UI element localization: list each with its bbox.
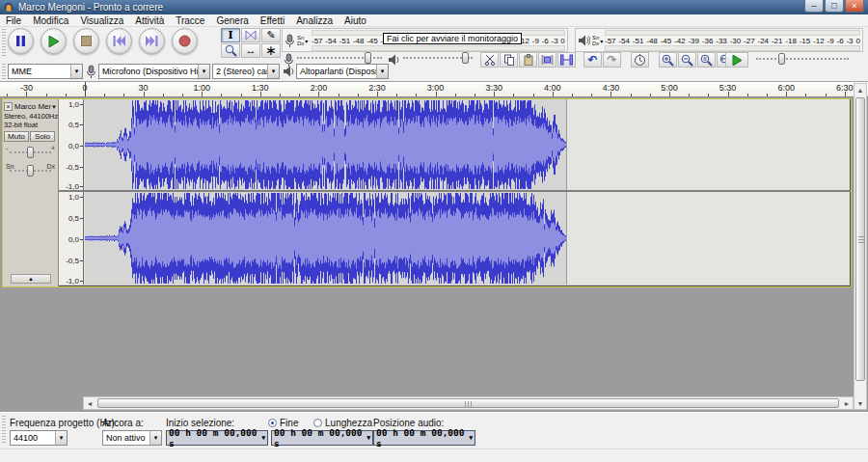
redo-button[interactable]: ↷ [603,52,621,68]
menu-item-tracce[interactable]: Tracce [170,15,210,26]
envelope-tool-button[interactable] [241,28,260,42]
snap-to-select[interactable]: Non attivo ▾ [102,430,162,446]
maximize-button[interactable]: □ [825,0,844,13]
envelope-tool-icon [244,30,258,41]
silence-selection-button[interactable] [557,52,576,68]
zoom-in-button[interactable] [659,52,677,68]
copy-button[interactable] [500,52,518,68]
selection-end-field[interactable]: 00 h 00 m 00,000 s ▾ [271,430,373,446]
audio-host-select[interactable]: MME ▾ [8,64,83,79]
track-close-button[interactable]: × [4,102,13,111]
meter-scale-value: 0 [855,37,859,45]
device-toolbar-grabber[interactable] [2,64,6,80]
amp-scale-tick [80,197,83,198]
input-device-select[interactable]: Microfono (Dispositivo High De ▾ [98,64,210,79]
paste-button[interactable] [519,52,537,68]
transport-toolbar-grabber[interactable] [2,29,6,56]
selection-start-field[interactable]: 00 h 00 m 00,000 s ▾ [166,430,268,446]
menu-item-modifica[interactable]: Modifica [27,15,74,26]
vertical-ruler-right-channel[interactable]: 1,00,50,0-0,5-1,0 [59,192,84,285]
ruler-minor-tick [513,94,514,96]
vertical-scrollbar-thumb[interactable] [855,97,865,381]
waveform-left-channel[interactable] [84,99,850,190]
menu-item-aiuto[interactable]: Aiuto [339,15,372,26]
track-collapse-button[interactable]: ▲ [11,274,51,284]
track-sample-info: 32-bit float [4,121,57,129]
track-menu-icon[interactable]: ▼ [51,104,57,110]
title-bar[interactable]: Marco Mengoni - Pronto a correre – □ × [0,0,868,14]
menu-item-analizza[interactable]: Analizza [290,15,339,26]
mute-button[interactable]: Muto [4,131,29,142]
length-radio[interactable] [313,419,322,427]
project-rate-value: 44100 [11,433,55,443]
ruler-minor-tick [747,94,748,96]
pause-button[interactable] [8,28,34,54]
play-at-speed-button[interactable] [725,52,748,68]
input-volume-slider[interactable] [297,52,382,64]
play-speed-slider[interactable] [756,53,849,65]
multi-tool-button[interactable]: ∗ [261,43,281,58]
play-button[interactable] [41,28,67,54]
selection-start-value: 00 h 00 m 00,000 s [169,427,260,448]
playback-meter[interactable]: Sn Dx ▾ -57-54-51-48-45-42-39-36-33-30-2… [575,28,863,52]
audio-position-field[interactable]: 00 h 00 m 00,000 s ▾ [373,430,475,446]
selection-tool-button[interactable]: I [221,28,240,42]
menu-item-file[interactable]: File [0,15,27,26]
skip-to-start-button[interactable] [106,28,132,54]
menu-item-effetti[interactable]: Effetti [255,15,290,26]
meter-scale-value: -9 [827,37,834,45]
fit-selection-icon [700,54,713,67]
undo-button[interactable]: ↶ [583,52,602,68]
waveform-right-channel[interactable] [84,192,850,285]
output-volume-slider[interactable] [403,52,473,64]
time-shift-tool-button[interactable]: ↔ [241,43,260,58]
end-radio[interactable] [268,419,277,427]
meter-scale-value: -48 [646,37,658,45]
amp-scale-label: 0,0 [68,234,79,243]
menu-item-attività[interactable]: Attività [129,15,170,26]
zoom-tool-button[interactable] [221,43,240,58]
trim-outside-button[interactable] [538,52,556,68]
gain-slider[interactable]: - + [4,145,57,157]
ruler-minor-tick [163,94,164,96]
timeline-ruler[interactable]: -300301:001:302:002:303:003:304:004:305:… [0,82,868,97]
scroll-up-icon[interactable]: ▲ [854,84,866,95]
vertical-scrollbar[interactable]: ▲ ▼ [854,83,867,410]
dropdown-arrow-icon: ▾ [198,65,209,78]
selection-toolbar-grabber[interactable] [2,416,6,445]
ruler-minor-tick [280,94,281,96]
record-button[interactable] [172,28,198,54]
scroll-right-icon[interactable]: ► [841,397,853,409]
output-device-select[interactable]: Altoparlanti (Dispositivo High ▾ [296,64,389,79]
meter-dropdown-icon[interactable]: ▾ [305,38,308,44]
stop-button[interactable] [73,28,99,54]
draw-tool-button[interactable]: ✎ [261,28,281,42]
skip-to-end-button[interactable] [139,28,165,54]
horizontal-scrollbar[interactable]: ◄ ► [83,396,854,410]
menu-item-genera[interactable]: Genera [210,15,254,26]
pan-slider[interactable]: Sn Dx [4,163,57,176]
meter-dropdown-icon[interactable]: ▾ [600,38,603,44]
fit-selection-button[interactable] [697,52,716,68]
ruler-minor-tick [689,94,690,96]
scroll-down-icon[interactable]: ▼ [854,397,866,409]
vertical-ruler-left-channel[interactable]: 1,00,50,0-0,5-1,0 [59,99,84,190]
recording-meter[interactable]: Sn Dx ▾ -57-54-51-48-45-42-39-36-33-30-2… [282,28,568,52]
horizontal-scrollbar-thumb[interactable] [97,398,839,408]
close-button[interactable]: × [845,0,864,13]
project-rate-select[interactable]: 44100 ▾ [10,430,68,446]
meter-scale-value: -12 [813,37,825,45]
magnifier-icon [225,44,237,57]
menu-item-visualizza[interactable]: Visualizza [74,15,129,26]
solo-button[interactable]: Solo [30,131,55,142]
skip-start-icon [113,36,125,46]
redo-icon: ↷ [607,53,616,67]
sync-lock-button[interactable] [631,52,649,68]
zoom-out-button[interactable] [678,52,696,68]
cut-button[interactable] [480,52,499,68]
track-name[interactable]: Marco Men [14,102,51,111]
scroll-left-icon[interactable]: ◄ [84,397,95,409]
input-channels-select[interactable]: 2 (Stereo) canali i ▾ [212,64,280,79]
minimize-button[interactable]: – [804,0,824,13]
clock-icon [634,54,646,67]
